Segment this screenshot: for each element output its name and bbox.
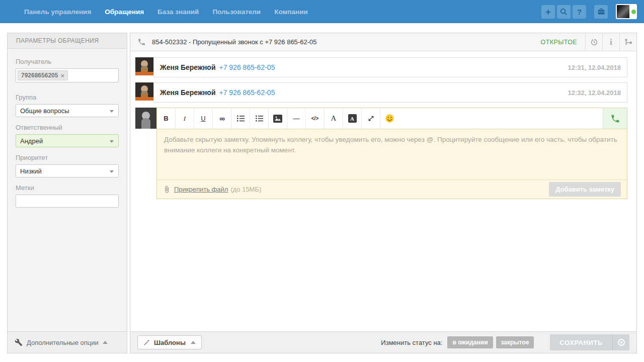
font-color-button[interactable]: A xyxy=(325,108,343,129)
change-status-label: Изменить статус на: xyxy=(381,339,442,346)
ticket-thread: Женя Бережной +7 926 865-62-05 12:31, 12… xyxy=(130,51,636,331)
expand-icon xyxy=(368,115,374,122)
horizontal-rule-button[interactable]: — xyxy=(287,108,306,129)
note-editor-row: B I U ∞ xyxy=(135,108,627,199)
unordered-list-icon xyxy=(256,115,263,122)
italic-button[interactable]: I xyxy=(176,108,194,129)
message-item[interactable]: Женя Бережной +7 926 865-62-05 12:31, 12… xyxy=(153,57,627,77)
background-color-icon: A xyxy=(348,114,357,123)
group-label: Группа xyxy=(16,94,119,101)
underline-button[interactable]: U xyxy=(194,108,213,129)
priority-value: Низкий xyxy=(20,167,42,175)
phone-icon xyxy=(610,114,620,124)
templates-button[interactable]: Шаблоны xyxy=(137,335,202,349)
call-button[interactable] xyxy=(603,108,627,129)
recipient-input[interactable]: 79268656205 × xyxy=(16,68,119,82)
info-button[interactable]: i xyxy=(602,33,619,51)
ticket-status-badge: ОТКРЫТОЕ xyxy=(541,39,577,46)
toolbar-spacer xyxy=(399,108,603,129)
recipient-tag: 79268656205 × xyxy=(18,70,68,80)
note-input[interactable]: Добавьте скрытую заметку. Упомянуть колл… xyxy=(157,129,627,179)
nav-tickets[interactable]: Обращения xyxy=(105,8,144,16)
emoji-button[interactable] xyxy=(380,108,399,129)
message-timestamp: 12:31, 12.04.2018 xyxy=(568,64,621,71)
topbar-actions: + ? xyxy=(539,4,644,19)
sender-avatar xyxy=(135,57,153,75)
more-options-toggle[interactable]: Дополнительные опции xyxy=(8,331,127,353)
ticket-header: 854-502332 - Пропущенный звонок с +7 926… xyxy=(130,33,636,51)
expand-editor-button[interactable] xyxy=(362,108,380,129)
sender-avatar xyxy=(135,82,153,101)
recipient-label: Получатель xyxy=(16,58,119,65)
help-button[interactable]: ? xyxy=(573,5,586,19)
tags-input[interactable] xyxy=(16,195,119,208)
code-button[interactable]: </> xyxy=(306,108,325,129)
group-select[interactable]: Общие вопросы xyxy=(16,104,119,117)
group-value: Общие вопросы xyxy=(20,107,69,115)
merge-icon xyxy=(624,38,632,46)
status-closed-button[interactable]: закрытое xyxy=(496,336,534,348)
save-options-button[interactable] xyxy=(612,334,629,350)
history-button[interactable] xyxy=(585,33,602,51)
briefcase-button[interactable] xyxy=(594,5,608,19)
chevron-down-icon xyxy=(110,140,114,143)
user-avatar xyxy=(617,5,629,18)
nav-dashboard[interactable]: Панель управления xyxy=(24,8,91,16)
unordered-list-button[interactable] xyxy=(250,108,269,129)
target-icon xyxy=(617,338,625,346)
status-pending-button[interactable]: в ожидании xyxy=(447,336,493,348)
online-status-dot xyxy=(631,10,636,14)
background-color-button[interactable]: A xyxy=(343,108,362,129)
sidebar-form: Получатель 79268656205 × Группа Общие во… xyxy=(8,49,127,331)
workspace: ПАРАМЕТРЫ ОБРАЩЕНИЯ Получатель 792686562… xyxy=(7,33,637,353)
insert-image-button[interactable] xyxy=(269,108,287,129)
ordered-list-icon xyxy=(237,115,245,122)
attach-file-control[interactable]: Прикрепить файл (до 15МБ) xyxy=(163,186,261,193)
triangle-up-icon xyxy=(191,341,196,344)
wrench-icon xyxy=(15,338,23,346)
briefcase-icon xyxy=(597,8,605,16)
ticket-title: 854-502332 - Пропущенный звонок с +7 926… xyxy=(152,38,316,46)
nav-companies[interactable]: Компании xyxy=(274,8,308,16)
paperclip-icon xyxy=(163,186,171,193)
add-note-button[interactable]: Добавить заметку xyxy=(549,182,621,197)
image-icon xyxy=(273,115,282,123)
ticket-parameters-panel: ПАРАМЕТРЫ ОБРАЩЕНИЯ Получатель 792686562… xyxy=(7,33,127,353)
top-navigation-bar: Панель управления Обращения База знаний … xyxy=(0,0,644,23)
helpdesk-app: Панель управления Обращения База знаний … xyxy=(0,0,644,362)
ticket-footer: Шаблоны Изменить статус на: в ожидании з… xyxy=(130,331,636,353)
link-button[interactable]: ∞ xyxy=(213,108,231,129)
assignee-select[interactable]: Андрей xyxy=(16,134,119,147)
nav-users[interactable]: Пользователи xyxy=(212,8,261,16)
create-button[interactable]: + xyxy=(541,5,555,19)
chevron-down-icon xyxy=(110,170,114,173)
bold-button[interactable]: B xyxy=(157,108,176,129)
tags-label: Метки xyxy=(16,184,119,192)
message-phone-link[interactable]: +7 926 865-62-05 xyxy=(219,88,275,97)
editor-toolbar: B I U ∞ xyxy=(157,108,627,129)
chevron-down-icon xyxy=(110,110,114,113)
message-row: Женя Бережной +7 926 865-62-05 12:31, 12… xyxy=(135,57,627,77)
remove-recipient-icon[interactable]: × xyxy=(60,72,64,79)
assignee-value: Андрей xyxy=(20,137,43,145)
triangle-up-icon xyxy=(103,341,108,344)
note-editor: B I U ∞ xyxy=(156,108,627,199)
main-nav: Панель управления Обращения База знаний … xyxy=(0,8,321,16)
attach-file-link[interactable]: Прикрепить файл xyxy=(174,186,228,193)
ticket-panel: 854-502332 - Пропущенный звонок с +7 926… xyxy=(130,33,637,353)
priority-select[interactable]: Низкий xyxy=(16,164,119,177)
message-phone-link[interactable]: +7 926 865-62-05 xyxy=(219,63,275,71)
nav-knowledge-base[interactable]: База знаний xyxy=(157,8,199,16)
phone-channel-icon xyxy=(137,38,146,46)
message-item[interactable]: Женя Бережной +7 926 865-62-05 12:32, 12… xyxy=(153,82,627,103)
plus-icon: + xyxy=(545,7,551,17)
ordered-list-button[interactable] xyxy=(231,108,250,129)
profile-menu[interactable] xyxy=(616,4,637,19)
merge-button[interactable] xyxy=(619,33,636,51)
save-button[interactable]: СОХРАНИТЬ xyxy=(550,334,612,350)
priority-label: Приоритет xyxy=(16,154,119,161)
attach-size-hint: (до 15МБ) xyxy=(230,186,261,193)
save-button-group: СОХРАНИТЬ xyxy=(550,334,629,350)
search-button[interactable] xyxy=(557,5,571,19)
note-footer: Прикрепить файл (до 15МБ) Добавить замет… xyxy=(157,179,627,199)
